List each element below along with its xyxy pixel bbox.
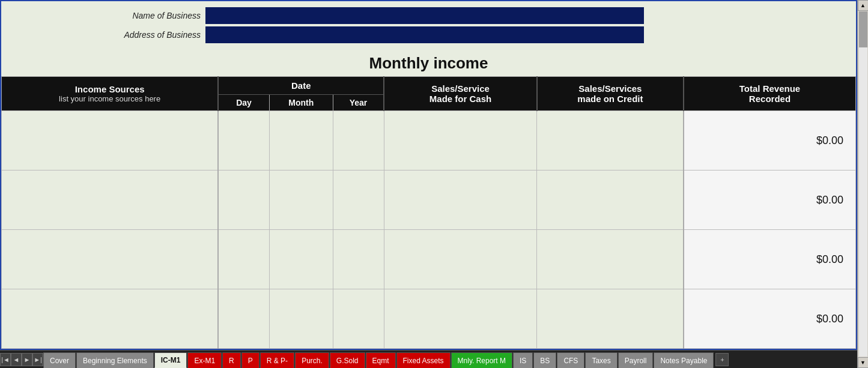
month-cell[interactable]: [269, 289, 333, 349]
business-name-row: Name of Business: [1, 7, 856, 24]
tab-payroll[interactable]: Payroll: [618, 352, 654, 368]
tab-fixed-assets[interactable]: Fixed Assets: [396, 352, 451, 368]
tab-ex-m1[interactable]: Ex-M1: [187, 352, 222, 368]
col-month: Month: [269, 95, 333, 111]
business-name-input[interactable]: [205, 7, 644, 24]
col-total-revenue: Total Revenue Recorded: [684, 77, 856, 111]
tab-nav-last[interactable]: ►|: [32, 353, 43, 366]
source-cell[interactable]: [2, 230, 219, 289]
day-cell[interactable]: [218, 111, 269, 170]
tab-r-&-p-[interactable]: R & P-: [260, 352, 294, 368]
scrollbar-track[interactable]: [859, 11, 867, 357]
table-row: $0.00: [2, 230, 856, 289]
year-cell[interactable]: [333, 289, 384, 349]
scroll-up-button[interactable]: ▲: [858, 0, 869, 11]
business-name-label: Name of Business: [7, 11, 205, 20]
col-sales-credit: Sales/Services made on Credit: [537, 77, 684, 111]
col-sales-cash: Sales/Service Made for Cash: [384, 77, 537, 111]
tab-notes-payable[interactable]: Notes Payable: [654, 352, 714, 368]
tab-taxes[interactable]: Taxes: [585, 352, 617, 368]
tab-g-sold[interactable]: G.Sold: [330, 352, 365, 368]
col-day: Day: [218, 95, 269, 111]
credit-cell[interactable]: [537, 289, 684, 349]
revenue-cell[interactable]: $0.00: [684, 289, 856, 349]
table-row: $0.00: [2, 111, 856, 170]
scrollbar-thumb[interactable]: [859, 11, 867, 47]
page-title: Monthly income: [1, 49, 856, 76]
month-cell[interactable]: [269, 111, 333, 170]
day-cell[interactable]: [218, 289, 269, 349]
business-address-input[interactable]: [205, 26, 644, 43]
table-body: $0.00$0.00$0.00$0.00: [2, 111, 856, 349]
tab-nav-next[interactable]: ►: [22, 353, 32, 366]
month-cell[interactable]: [269, 230, 333, 289]
cash-cell[interactable]: [384, 170, 537, 230]
cash-cell[interactable]: [384, 111, 537, 170]
day-cell[interactable]: [218, 170, 269, 230]
tab-cover[interactable]: Cover: [43, 352, 76, 368]
tab-bar: |◄ ◄ ► ►| CoverBeginning ElementsIC-M1Ex…: [0, 350, 857, 368]
right-scrollbar[interactable]: ▲ ▼: [857, 0, 868, 368]
year-cell[interactable]: [333, 170, 384, 230]
col-year: Year: [333, 95, 384, 111]
col-date: Date: [218, 77, 384, 95]
source-cell[interactable]: [2, 170, 219, 230]
tab-nav-first[interactable]: |◄: [0, 353, 11, 366]
revenue-cell[interactable]: $0.00: [684, 230, 856, 289]
day-cell[interactable]: [218, 230, 269, 289]
year-cell[interactable]: [333, 230, 384, 289]
tab-r[interactable]: R: [222, 352, 241, 368]
info-section: Name of Business Address of Business: [1, 1, 856, 49]
revenue-cell[interactable]: $0.00: [684, 170, 856, 230]
business-address-label: Address of Business: [7, 30, 205, 40]
source-cell[interactable]: [2, 111, 219, 170]
table-row: $0.00: [2, 289, 856, 349]
tab-cfs[interactable]: CFS: [557, 352, 584, 368]
business-address-row: Address of Business: [1, 26, 856, 43]
revenue-cell[interactable]: $0.00: [684, 111, 856, 170]
add-sheet-button[interactable]: +: [715, 353, 729, 366]
col-income-sources: Income Sources list your income sources …: [2, 77, 219, 111]
source-cell[interactable]: [2, 289, 219, 349]
credit-cell[interactable]: [537, 170, 684, 230]
month-cell[interactable]: [269, 170, 333, 230]
tab-mnly--report-m[interactable]: Mnly. Report M: [451, 352, 512, 368]
income-table: Income Sources list your income sources …: [1, 76, 856, 349]
table-header-row-1: Income Sources list your income sources …: [2, 77, 856, 95]
scroll-down-button[interactable]: ▼: [858, 357, 869, 368]
table-row: $0.00: [2, 170, 856, 230]
credit-cell[interactable]: [537, 111, 684, 170]
tab-nav-prev[interactable]: ◄: [11, 353, 22, 366]
tab-eqmt[interactable]: Eqmt: [366, 352, 396, 368]
cash-cell[interactable]: [384, 289, 537, 349]
tab-beginning-elements[interactable]: Beginning Elements: [76, 352, 154, 368]
cash-cell[interactable]: [384, 230, 537, 289]
tab-purch-[interactable]: Purch.: [295, 352, 329, 368]
tab-ic-m1[interactable]: IC-M1: [154, 352, 187, 368]
tabs-container: CoverBeginning ElementsIC-M1Ex-M1RPR & P…: [43, 351, 714, 368]
year-cell[interactable]: [333, 111, 384, 170]
tab-p[interactable]: P: [241, 352, 259, 368]
tab-bs[interactable]: BS: [533, 352, 556, 368]
credit-cell[interactable]: [537, 230, 684, 289]
tab-is[interactable]: IS: [513, 352, 533, 368]
